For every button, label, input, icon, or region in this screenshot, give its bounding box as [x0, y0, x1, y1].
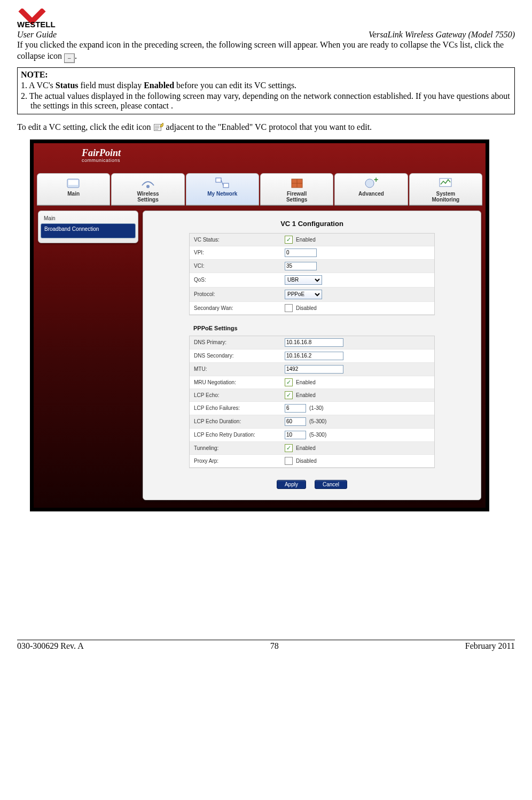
monitoring-icon	[437, 176, 453, 190]
svg-line-11	[221, 180, 223, 185]
paragraph-1: If you clicked the expand icon in the pr…	[17, 40, 515, 63]
checkbox-lcp[interactable]: ✓	[285, 391, 293, 399]
svg-text:+: +	[374, 176, 378, 184]
sidebar: Main Broadband Connection	[38, 211, 138, 243]
input-mtu[interactable]	[285, 365, 343, 374]
note-box: NOTE: 1. A VC's Status field must displa…	[17, 67, 515, 114]
label-protocol: Protocol:	[194, 291, 285, 297]
label-vpi: VPI:	[194, 250, 285, 255]
vc-form: VC Status: ✓Enabled VPI: VCI: QoS: UBR P…	[189, 233, 435, 315]
fairpoint-logo: FairPoint communications	[34, 143, 486, 173]
header-left: User Guide	[17, 30, 57, 40]
cancel-button[interactable]: Cancel	[315, 480, 347, 489]
checkbox-tunnel[interactable]: ✓	[285, 444, 293, 452]
main-icon	[66, 176, 82, 190]
tab-main[interactable]: Main	[37, 173, 110, 205]
note-item-1: 1. A VC's Status field must display Enab…	[21, 81, 511, 90]
label-mtu: MTU:	[194, 366, 285, 372]
label-proxyarp: Proxy Arp:	[194, 458, 285, 464]
advanced-icon: +	[363, 176, 379, 190]
input-lcp-retry[interactable]	[285, 431, 306, 439]
input-lcp-dur[interactable]	[285, 417, 306, 426]
label-tunnel: Tunneling:	[194, 445, 285, 451]
svg-marker-5	[160, 123, 163, 127]
footer-center: 78	[270, 641, 279, 651]
label-lcp-fail: LCP Echo Failures:	[194, 405, 285, 411]
checkbox-vc-status[interactable]: ✓	[285, 236, 293, 244]
sidebar-item-broadband[interactable]: Broadband Connection	[41, 223, 136, 238]
footer-right: February 2011	[465, 641, 515, 651]
svg-point-8	[146, 185, 150, 188]
input-dns1[interactable]	[285, 338, 343, 347]
select-qos[interactable]: UBR	[285, 275, 322, 285]
note-title: NOTE:	[21, 70, 511, 80]
svg-rect-17	[440, 178, 451, 187]
note-item-2: 2. The actual values displayed in the fo…	[21, 91, 511, 111]
collapse-icon: −	[64, 53, 75, 63]
input-vci[interactable]	[285, 262, 317, 270]
footer-left: 030-300629 Rev. A	[17, 641, 84, 651]
apply-button[interactable]: Apply	[277, 480, 306, 489]
text-disabled: Disabled	[296, 305, 317, 311]
svg-text:WESTELL: WESTELL	[17, 20, 56, 29]
paragraph-2: To edit a VC setting, click the edit ico…	[17, 122, 515, 133]
wireless-icon	[140, 176, 156, 190]
label-mru: MRU Negotiation:	[194, 379, 285, 385]
label-lcp-dur: LCP Echo Duration:	[194, 418, 285, 424]
checkbox-mru[interactable]: ✓	[285, 378, 293, 386]
select-protocol[interactable]: PPPoE	[285, 290, 322, 299]
svg-rect-7	[68, 180, 78, 185]
input-vpi[interactable]	[285, 248, 317, 257]
pppoe-form: DNS Primary: DNS Secondary: MTU: MRU Neg…	[189, 336, 435, 468]
svg-rect-10	[223, 183, 229, 188]
svg-point-15	[365, 179, 374, 188]
text-enabled: Enabled	[296, 237, 316, 243]
input-dns2[interactable]	[285, 352, 343, 360]
svg-rect-9	[216, 178, 221, 182]
config-panel: VC 1 Configuration VC Status: ✓Enabled V…	[143, 211, 481, 500]
westell-logo: WESTELL	[17, 9, 515, 29]
tab-my-network[interactable]: My Network	[186, 173, 259, 205]
tab-advanced[interactable]: + Advanced	[334, 173, 408, 205]
header-right: VersaLink Wireless Gateway (Model 7550)	[369, 30, 515, 40]
label-secwan: Secondary Wan:	[194, 305, 285, 311]
label-lcp: LCP Echo:	[194, 392, 285, 398]
network-icon	[214, 176, 230, 190]
sidebar-item-main[interactable]: Main	[41, 213, 136, 223]
label-dns2: DNS Secondary:	[194, 353, 285, 359]
pppoe-header: PPPoE Settings	[189, 317, 478, 332]
tab-monitoring[interactable]: System Monitoring	[409, 173, 482, 205]
checkbox-secwan[interactable]: ✓	[285, 304, 293, 312]
label-dns1: DNS Primary:	[194, 339, 285, 345]
label-vc-status: VC Status:	[194, 237, 285, 243]
router-ui: FairPoint communications Main Wireless S…	[30, 139, 489, 511]
checkbox-proxyarp[interactable]: ✓	[285, 457, 293, 465]
panel-title: VC 1 Configuration	[146, 214, 478, 230]
tab-firewall[interactable]: Firewall Settings	[260, 173, 333, 205]
label-vci: VCI:	[194, 263, 285, 269]
tab-wireless[interactable]: Wireless Settings	[111, 173, 184, 205]
firewall-icon	[289, 176, 305, 190]
label-qos: QoS:	[194, 277, 285, 283]
input-lcp-fail[interactable]	[285, 404, 306, 413]
label-lcp-retry: LCP Echo Retry Duration:	[194, 432, 285, 438]
edit-icon	[153, 123, 164, 131]
